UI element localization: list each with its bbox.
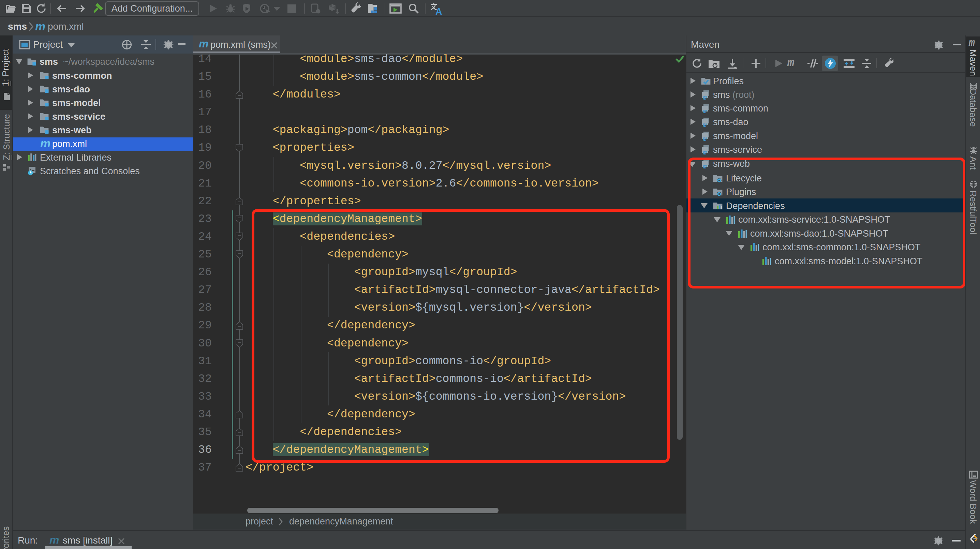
svg-text:A: A — [436, 6, 442, 15]
svg-text:m: m — [702, 94, 706, 100]
svg-text:m: m — [702, 108, 706, 113]
svg-text:m: m — [702, 150, 706, 155]
svg-text:m: m — [702, 122, 706, 127]
svg-text:m: m — [702, 136, 706, 141]
